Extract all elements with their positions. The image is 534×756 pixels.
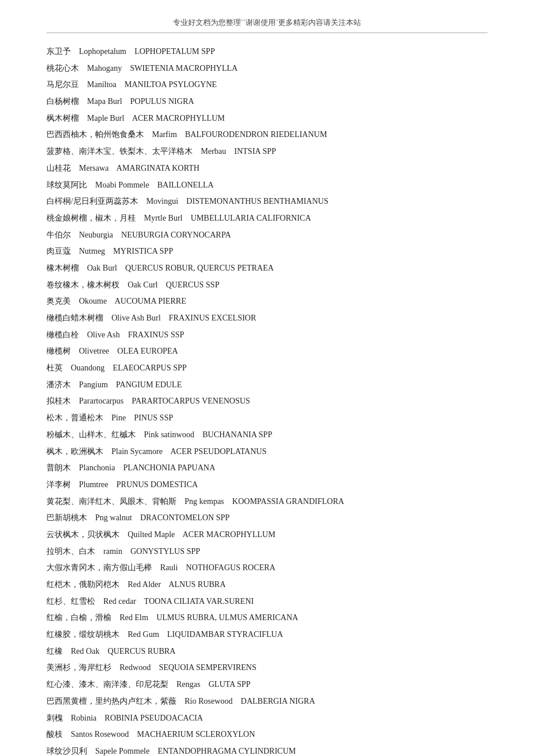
text-line: 洋李树 Plumtree PRUNUS DOMESTICA <box>46 477 488 494</box>
text-line: 球纹莫阿比 Moabi Pommele BAILLONELLA <box>46 177 488 194</box>
text-line: 山桂花 Mersawa AMARGINATA KORTH <box>46 160 488 177</box>
text-line: 橡木树榴 Oak Burl QUERCUS ROBUR, QUERCUS PET… <box>46 260 488 277</box>
text-line: 桃金娘树榴，椒木，月桂 Myrtle Burl UMBELLULARIA CAL… <box>46 210 488 227</box>
text-line: 黄花梨、南洋红木、凤眼木、背帕斯 Png kempas KOOMPASSIA G… <box>46 494 488 510</box>
text-line: 肉豆蔻 Nutmeg MYRISTICA SPP <box>46 243 488 260</box>
text-line: 红桤木，俄勒冈桤木 Red Alder ALNUS RUBRA <box>46 577 488 593</box>
text-line: 菠萝格、南洋木宝、铁梨木、太平洋格木 Merbau INTSIA SPP <box>46 143 488 160</box>
text-line: 红橡 Red Oak QUERCUS RUBRA <box>46 643 488 660</box>
text-line: 奥克美 Okoume AUCOUMA PIERRE <box>46 293 488 310</box>
text-line: 橄榄树 Olivetree OLEA EUROPEA <box>46 343 488 360</box>
content: 东卫予 Lophopetalum LOPHOPETALUM SPP桃花心木 Ma… <box>46 44 488 756</box>
text-line: 红榆，白榆，滑榆 Red Elm ULMUS RUBRA, ULMUS AMER… <box>46 610 488 627</box>
text-line: 杜英 Ouandong ELAEOCARPUS SPP <box>46 360 488 377</box>
text-line: 美洲杉，海岸红杉 Redwood SEQUOIA SEMPERVIRENS <box>46 660 488 676</box>
text-line: 粉槭木、山样木、红槭木 Pink satinwood BUCHANANIA SP… <box>46 427 488 444</box>
text-line: 牛伯尔 Neuburgia NEUBURGIA CORYNOCARPA <box>46 227 488 244</box>
text-line: 松木，普通松木 Pine PINUS SSP <box>46 410 488 427</box>
text-line: 巴新胡桃木 Png walnut DRACONTOMELON SPP <box>46 510 488 527</box>
text-line: 大假水青冈木，南方假山毛榉 Rauli NOTHOFAGUS ROCERA <box>46 560 488 577</box>
text-line: 橄榄白蜡木树榴 Olive Ash Burl FRAXINUS EXCELSIO… <box>46 310 488 327</box>
page: 专业好文档为您整理``谢谢使用`更多精彩内容请关注本站 东卫予 Lophopet… <box>0 0 534 756</box>
text-line: 桃花心木 Mahogany SWIETENIA MACROPHYLLA <box>46 60 488 77</box>
text-line: 巴西黑黄檀，里约热内卢红木，紫薇 Rio Rosewood DALBERGIA … <box>46 693 488 710</box>
text-line: 拉明木、白木 ramin GONYSTYLUS SPP <box>46 543 488 560</box>
text-line: 红橡胶，缎纹胡桃木 Red Gum LIQUIDAMBAR STYRACIFLU… <box>46 627 488 643</box>
text-line: 东卫予 Lophopetalum LOPHOPETALUM SPP <box>46 44 488 60</box>
text-line: 巴西西柚木，帕州饱食桑木 Marfim BALFOURODENDRON RIED… <box>46 127 488 143</box>
text-line: 球纹沙贝利 Sapele Pommele ENTANDOPHRAGMA CYLI… <box>46 743 488 756</box>
text-line: 云状枫木，贝状枫木 Quilted Maple ACER MACROPHYLLU… <box>46 527 488 543</box>
text-line: 酸枝 Santos Rosewood MACHAERIUM SCLEROXYLO… <box>46 726 488 743</box>
text-line: 潘济木 Pangium PANGIUM EDULE <box>46 377 488 394</box>
text-line: 卷纹橡木，橡木树杈 Oak Curl QUERCUS SSP <box>46 277 488 294</box>
text-line: 枫木树榴 Maple Burl ACER MACROPHYLLUM <box>46 110 488 127</box>
text-line: 白梣桐/尼日利亚两蕊苏木 Movingui DISTEMONANTHUS BEN… <box>46 193 488 210</box>
text-line: 刺槐 Robinia ROBINIA PSEUDOACACIA <box>46 710 488 727</box>
text-line: 红杉、红雪松 Red cedar TOONA CILIATA VAR.SUREN… <box>46 593 488 610</box>
text-line: 白杨树榴 Mapa Burl POPULUS NIGRA <box>46 93 488 110</box>
text-line: 普朗木 Planchonia PLANCHONIA PAPUANA <box>46 460 488 477</box>
text-line: 枫木，欧洲枫木 Plain Sycamore ACER PSEUDOPLATAN… <box>46 444 488 460</box>
text-line: 拟桂木 Parartocarpus PARARTOCARPUS VENENOSU… <box>46 393 488 410</box>
text-line: 红心漆、漆木、南洋漆、印尼花梨 Rengas GLUTA SPP <box>46 676 488 693</box>
text-line: 橄榄白栓 Olive Ash FRAXINUS SSP <box>46 327 488 344</box>
text-line: 马尼尔豆 Maniltoa MANILTOA PSYLOGYNE <box>46 77 488 93</box>
header-bar: 专业好文档为您整理``谢谢使用`更多精彩内容请关注本站 <box>46 17 488 33</box>
